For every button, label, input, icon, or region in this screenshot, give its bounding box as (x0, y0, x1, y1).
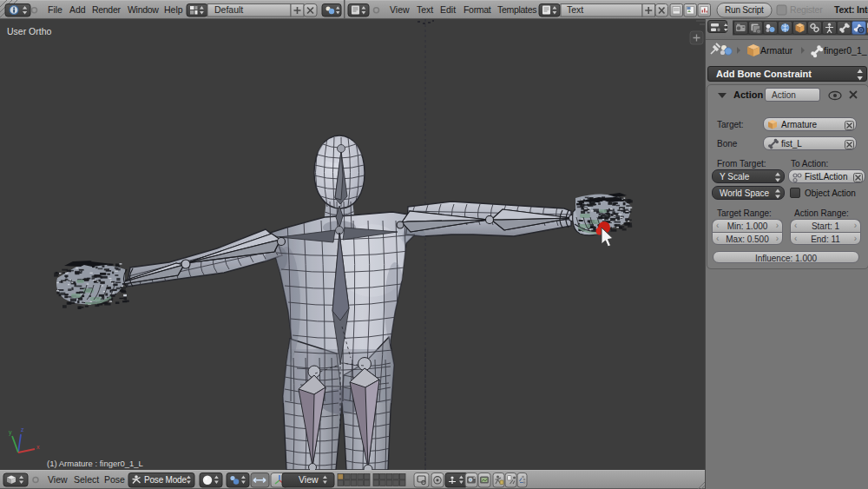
svg-text:Default: Default (214, 4, 243, 15)
svg-text:Window: Window (128, 4, 159, 15)
svg-text:Text: Text (567, 4, 583, 15)
svg-text:Text: Text (417, 4, 433, 15)
svg-text:Templates: Templates (497, 4, 536, 15)
svg-text:View: View (299, 474, 319, 485)
svg-text:Edit: Edit (440, 4, 456, 15)
svg-text:Render: Render (92, 4, 121, 15)
svg-text:y: y (9, 429, 12, 436)
svg-text:Register: Register (790, 4, 823, 15)
svg-text:x: x (36, 444, 40, 450)
svg-text:View: View (390, 4, 410, 15)
svg-text:Select: Select (74, 474, 99, 485)
svg-text:Format: Format (464, 4, 491, 15)
svg-text:finger0_1_: finger0_1_ (824, 45, 867, 56)
svg-text:Armatur: Armatur (760, 45, 793, 56)
svg-text:Help: Help (164, 4, 183, 15)
svg-text:Pose: Pose (104, 474, 125, 485)
svg-text:Pose Mode: Pose Mode (144, 475, 187, 485)
svg-text:z: z (21, 426, 24, 433)
svg-text:View: View (48, 474, 68, 485)
svg-text:Run Script: Run Script (725, 5, 764, 15)
svg-text:File: File (48, 4, 62, 15)
svg-text:Text: Inter: Text: Inter (834, 4, 868, 15)
svg-text:Add: Add (69, 4, 86, 15)
